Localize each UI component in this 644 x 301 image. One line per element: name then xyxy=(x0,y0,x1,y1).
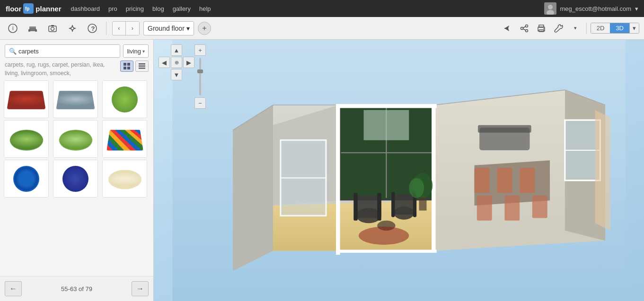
svg-rect-28 xyxy=(127,63,130,66)
svg-rect-58 xyxy=(336,250,437,253)
settings-button[interactable] xyxy=(64,20,80,36)
main-content: 🔍 living ▾ carpets, rug, rugs, carpet, p… xyxy=(0,40,644,301)
svg-rect-72 xyxy=(475,168,490,193)
print-button[interactable] xyxy=(534,21,548,35)
nav-controls: ▲ ◀ ⊕ ▶ ▼ xyxy=(159,44,194,80)
next-page-button[interactable]: → xyxy=(132,281,149,296)
carpet-greenoval-shape xyxy=(8,129,45,150)
help-button[interactable]: ? xyxy=(84,20,100,36)
svg-rect-33 xyxy=(139,68,145,69)
logo-text: floor xyxy=(6,5,21,13)
svg-rect-76 xyxy=(504,196,520,221)
more-button[interactable]: ▾ xyxy=(568,21,582,35)
view-3d-button[interactable]: 3D xyxy=(610,23,629,33)
search-icon: 🔍 xyxy=(9,48,17,55)
zoom-out-button[interactable]: − xyxy=(194,97,206,109)
carpet-item-4[interactable] xyxy=(4,120,49,158)
furniture-button[interactable] xyxy=(25,20,41,36)
view-dropdown-button[interactable]: ▾ xyxy=(629,23,639,33)
info-button[interactable]: i xyxy=(5,20,21,36)
nav-blog[interactable]: blog xyxy=(152,5,164,12)
user-dropdown-arrow: ▾ xyxy=(635,5,638,12)
svg-point-19 xyxy=(525,29,528,32)
nav-dashboard[interactable]: dashboard xyxy=(71,5,100,12)
svg-rect-8 xyxy=(28,29,30,32)
svg-rect-73 xyxy=(497,168,512,193)
pan-up-button[interactable]: ▲ xyxy=(171,44,182,56)
carpet-item-3[interactable] xyxy=(102,80,147,118)
search-input-wrap[interactable]: 🔍 xyxy=(5,44,120,58)
view-2d-button[interactable]: 2D xyxy=(591,23,610,33)
svg-rect-79 xyxy=(478,125,531,133)
carpet-multicolor-shape xyxy=(106,129,143,150)
nav-user[interactable]: meg_escott@hotmail.com ▾ xyxy=(544,2,638,15)
carpet-item-6[interactable] xyxy=(102,120,147,158)
svg-rect-77 xyxy=(532,196,547,218)
floor-dropdown-arrow: ▾ xyxy=(186,25,190,32)
view-icons xyxy=(120,60,149,72)
avatar xyxy=(544,2,556,15)
zoom-track xyxy=(199,58,201,95)
canvas-area[interactable]: ▲ ◀ ⊕ ▶ ▼ + − xyxy=(154,40,644,301)
pan-left-button[interactable]: ◀ xyxy=(159,57,170,68)
logo-text2: planner xyxy=(35,5,61,13)
carpet-item-8[interactable] xyxy=(53,160,98,198)
wrench-button[interactable] xyxy=(551,21,565,35)
pan-down-button[interactable]: ▼ xyxy=(171,69,182,80)
svg-point-12 xyxy=(51,27,54,30)
zoom-in-button[interactable]: + xyxy=(194,44,206,56)
svg-line-22 xyxy=(523,29,526,30)
svg-point-70 xyxy=(409,178,424,198)
filter-dropdown[interactable]: living ▾ xyxy=(123,44,149,58)
list-view-button[interactable] xyxy=(135,60,149,72)
grid-view-button[interactable] xyxy=(120,60,133,72)
carpet-greenround-shape xyxy=(112,86,138,112)
nav-help[interactable]: help xyxy=(199,5,211,12)
logo[interactable]: floor fp planner xyxy=(6,3,62,14)
network-share-button[interactable] xyxy=(517,21,531,35)
pan-right-button[interactable]: ▶ xyxy=(183,57,194,68)
svg-point-20 xyxy=(520,27,523,29)
carpet-bluegray-shape xyxy=(56,91,95,109)
nav-pro[interactable]: pro xyxy=(108,5,117,12)
prev-page-button[interactable]: ← xyxy=(5,281,22,296)
svg-rect-61 xyxy=(353,193,358,220)
svg-rect-27 xyxy=(124,63,126,66)
redo-button[interactable]: › xyxy=(126,22,139,35)
carpet-item-9[interactable] xyxy=(102,160,147,198)
nav-gallery[interactable]: gallery xyxy=(173,5,191,12)
undo-button[interactable]: ‹ xyxy=(113,22,126,35)
toolbar-separator-1 xyxy=(106,22,106,35)
svg-text:fp: fp xyxy=(25,6,29,11)
add-floor-button[interactable]: + xyxy=(198,22,211,35)
view-toggle: 2D 3D ▾ xyxy=(591,23,639,34)
svg-rect-29 xyxy=(124,67,126,69)
svg-rect-65 xyxy=(391,192,395,217)
svg-point-18 xyxy=(525,25,528,27)
svg-rect-7 xyxy=(29,27,36,31)
share-button[interactable] xyxy=(500,21,514,35)
pan-center-button[interactable]: ⊕ xyxy=(171,57,182,68)
carpet-item-7[interactable] xyxy=(4,160,49,198)
nav-pricing[interactable]: pricing xyxy=(126,5,144,12)
pagination: ← 55-63 of 79 → xyxy=(0,276,153,301)
svg-point-84 xyxy=(359,227,409,245)
search-input[interactable] xyxy=(18,48,116,55)
svg-rect-74 xyxy=(520,168,535,193)
carpet-red-shape xyxy=(7,91,45,109)
carpet-item-1[interactable] xyxy=(4,80,49,118)
carpet-circleblue-shape xyxy=(13,166,39,192)
svg-rect-55 xyxy=(336,104,340,255)
svg-rect-32 xyxy=(139,66,145,67)
carpet-item-5[interactable] xyxy=(53,120,98,158)
undo-redo-controls: ‹ › xyxy=(112,21,140,35)
svg-rect-56 xyxy=(432,104,436,252)
carpet-cream-shape xyxy=(106,170,143,189)
floor-selector[interactable]: Ground floor ▾ xyxy=(143,21,194,35)
search-bar: 🔍 living ▾ xyxy=(0,40,153,60)
svg-rect-64 xyxy=(394,195,415,215)
user-email: meg_escott@hotmail.com xyxy=(560,5,631,12)
logo-icon: fp xyxy=(23,3,34,14)
photo-button[interactable] xyxy=(44,20,61,36)
carpet-item-2[interactable] xyxy=(53,80,98,118)
